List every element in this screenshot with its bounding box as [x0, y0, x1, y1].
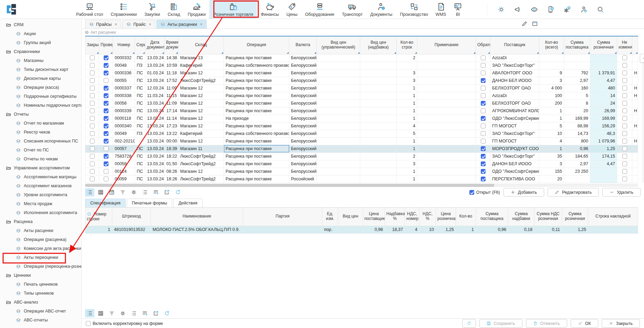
cell-note[interactable] — [417, 92, 476, 99]
cell-note[interactable] — [417, 99, 476, 107]
col-no-change[interactable]: Не изменять — [617, 36, 632, 54]
toolbar-item[interactable]: Справочники — [107, 0, 141, 19]
document-tab[interactable]: Прайс × — [122, 20, 155, 29]
tab-close-icon[interactable]: × — [115, 22, 117, 27]
cell-closed[interactable] — [85, 54, 99, 62]
collapse-icon[interactable] — [85, 30, 89, 34]
toolbar-item[interactable]: Розничная торговля — [209, 0, 257, 19]
cell-reverse[interactable] — [476, 54, 490, 62]
cell-no-change[interactable] — [617, 115, 632, 122]
cell-series[interactable]: ПЗ — [135, 130, 145, 137]
user-lock-icon[interactable] — [580, 6, 588, 13]
cell-supplier[interactable]: AzizaDi — [490, 54, 539, 62]
grid-toolbar-button[interactable] — [85, 188, 94, 197]
detail-tab[interactable]: Печатные формы — [127, 199, 173, 207]
cell-operation[interactable]: Расценка собственного производства — [224, 62, 289, 69]
cell-sum-supplier[interactable]: 23 250 — [564, 168, 590, 175]
grid-toolbar-button[interactable] — [140, 309, 149, 317]
cell-pricetype-mgmt[interactable] — [317, 152, 360, 160]
cell-no-change[interactable] — [617, 168, 632, 175]
sidebar-item[interactable]: Комиссии для акта расценки — [0, 244, 81, 253]
cell-series[interactable]: ПС — [135, 115, 145, 122]
toolbar-item[interactable]: Закупки — [141, 0, 164, 19]
reverse-checkbox[interactable] — [481, 124, 486, 128]
toolbar-item[interactable]: Документы — [366, 0, 396, 19]
document-row[interactable]: 00048 ПЗ 13.03.24 10:59 Кафетерий Расцен… — [85, 62, 638, 69]
cell-series[interactable]: ПС — [135, 54, 145, 62]
cell-no-change[interactable] — [617, 54, 632, 62]
add-button[interactable]: Добавить — [503, 188, 544, 197]
open-f6-checkbox[interactable]: Открыт (F6) — [469, 190, 500, 195]
posted-checkbox[interactable] — [104, 63, 108, 68]
cell-supplier[interactable]: ОДО "ЛюксСофтСервис" — [490, 168, 539, 175]
cell-closed[interactable] — [85, 115, 99, 122]
document-tab[interactable]: Акты расценки × — [156, 20, 207, 29]
cell-extra[interactable] — [632, 145, 638, 152]
cell-series[interactable] — [135, 137, 145, 145]
sun-icon[interactable] — [498, 6, 505, 13]
col-pricetype-markup[interactable]: Вид цен (надбавка) — [360, 36, 397, 54]
cell-qty-total[interactable]: 3 — [539, 77, 564, 84]
cell-date[interactable]: 13.03.24 — [145, 137, 165, 145]
cell-date[interactable]: 13.03.24 — [145, 152, 165, 160]
cell-time[interactable]: 17:52 — [165, 77, 178, 84]
cell-warehouse[interactable]: Магазин 12 — [178, 107, 224, 115]
reverse-checkbox[interactable] — [481, 139, 486, 144]
cell-closed[interactable] — [85, 107, 99, 115]
grid-toolbar-button[interactable] — [118, 188, 127, 197]
cell-qty-total[interactable]: 1 — [539, 145, 564, 152]
col-number[interactable]: Номер — [113, 36, 135, 54]
cell-pricetype-markup[interactable] — [360, 115, 397, 122]
cell-series[interactable]: ПС — [135, 77, 145, 84]
cell-pricetype-mgmt[interactable] — [317, 122, 360, 130]
cell-warehouse[interactable]: Магазин 12 — [178, 92, 224, 99]
collapse-rows-icon[interactable] — [87, 212, 92, 216]
cell-extra[interactable] — [632, 175, 638, 183]
cell-sum-markup[interactable]: 0,18 — [508, 226, 534, 233]
tab-close-icon[interactable]: × — [200, 22, 202, 27]
cell-extra[interactable] — [632, 62, 638, 69]
detail-tab[interactable]: Действия — [173, 199, 202, 207]
cell-note[interactable] — [417, 175, 476, 183]
cell-note[interactable] — [417, 107, 476, 115]
cell-warehouse[interactable]: ЛюксСофтТрейд2 — [178, 175, 224, 183]
cell-reverse[interactable] — [476, 62, 490, 69]
cell-time[interactable]: 11:09 — [165, 99, 178, 107]
cell-supplier[interactable]: АГРОКОМБИНАТ КОЛОС — [490, 107, 539, 115]
cell-qty-total[interactable]: 1 — [539, 115, 564, 122]
closed-checkbox[interactable] — [90, 93, 95, 98]
cell-number[interactable]: 0000337 — [113, 84, 135, 92]
gears-icon[interactable] — [564, 6, 571, 13]
grid-toolbar-button[interactable] — [162, 188, 172, 197]
cell-batch[interactable] — [243, 226, 322, 233]
reverse-checkbox[interactable] — [481, 63, 486, 68]
posted-checkbox[interactable] — [104, 131, 108, 136]
sidebar-item[interactable]: Отчет по ПС — [0, 146, 81, 155]
cell-currency[interactable]: Белорусский — [289, 130, 317, 137]
cell-qty-total[interactable]: 3 — [539, 160, 564, 168]
cell-line-count[interactable]: 5 — [397, 130, 417, 137]
cell-reverse[interactable] — [476, 107, 490, 115]
col-supplier[interactable]: Поставщик — [490, 36, 539, 54]
cell-time[interactable]: 14:38 — [165, 54, 178, 62]
cell-sum-supplier[interactable] — [564, 54, 590, 62]
cell-supplier[interactable]: ГП МОГОСТ — [490, 122, 539, 130]
closed-checkbox[interactable] — [90, 63, 95, 68]
cell-line-count[interactable]: 1 — [397, 92, 417, 99]
document-row[interactable]: 00058 ПС 13.03.24 01:50 ЛюксСофтТрейд2 Р… — [85, 160, 638, 168]
col-posted[interactable]: Проведен — [99, 36, 113, 54]
toolbar-item[interactable]: WMS — [432, 0, 450, 19]
document-row[interactable]: 0000337 ПС 12.03.24 11:09 Магазин 12 Рас… — [85, 84, 638, 92]
cell-line-count[interactable]: 4 — [397, 122, 417, 130]
cell-line-count[interactable]: 2 — [397, 152, 417, 160]
cell-extra[interactable] — [632, 130, 638, 137]
document-row[interactable]: 0000340 ПС 13.03.24 17:23 Магазин 12 Рас… — [85, 122, 638, 130]
posted-checkbox[interactable] — [104, 154, 108, 159]
cell-vat-num[interactable]: 4 — [405, 226, 419, 233]
cell-currency[interactable]: Белорусский — [289, 99, 317, 107]
sidebar-item[interactable]: Печать ценников — [0, 280, 81, 289]
cell-sum-retail[interactable]: 1 079,96 — [590, 137, 617, 145]
cell-line-count[interactable]: 1 — [397, 107, 417, 115]
reverse-checkbox[interactable] — [481, 154, 486, 159]
cell-series[interactable]: ПС — [135, 152, 145, 160]
